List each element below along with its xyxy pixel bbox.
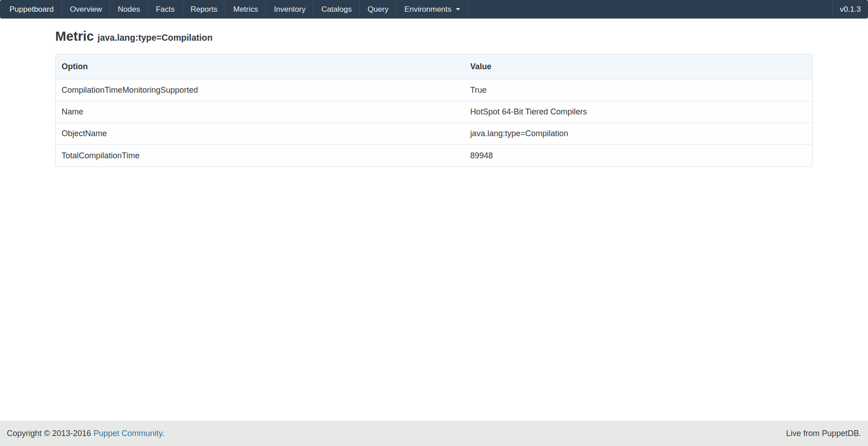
page-subtitle: java.lang:type=Compilation <box>97 33 212 43</box>
value-cell: HotSpot 64-Bit Tiered Compilers <box>464 101 812 123</box>
version-label: v0.1.3 <box>832 0 868 19</box>
nav-item-overview[interactable]: Overview <box>62 0 110 19</box>
metric-table: Option Value CompilationTimeMonitoringSu… <box>56 54 812 166</box>
option-cell: Name <box>56 101 464 123</box>
nav-items: Overview Nodes Facts Reports Metrics Inv… <box>62 0 468 19</box>
value-cell: True <box>464 80 812 101</box>
caret-down-icon <box>456 8 460 10</box>
navbar-spacer <box>468 0 832 19</box>
metric-table-container: Option Value CompilationTimeMonitoringSu… <box>55 54 813 167</box>
puppet-community-link[interactable]: Puppet Community <box>93 429 162 438</box>
nav-item-metrics[interactable]: Metrics <box>225 0 266 19</box>
puppetdb-status-text: Live from PuppetDB. <box>786 429 861 438</box>
table-row: CompilationTimeMonitoringSupported True <box>56 80 812 101</box>
nav-item-inventory[interactable]: Inventory <box>266 0 314 19</box>
nav-item-reports[interactable]: Reports <box>183 0 226 19</box>
table-row: TotalCompilationTime 89948 <box>56 145 812 166</box>
page-footer: Copyright © 2013-2016 Puppet Community. … <box>0 421 868 446</box>
copyright-prefix: Copyright © 2013-2016 <box>7 429 93 438</box>
option-cell: ObjectName <box>56 123 464 145</box>
copyright-text: Copyright © 2013-2016 Puppet Community. <box>7 429 164 438</box>
table-header-row: Option Value <box>56 54 812 80</box>
nav-item-catalogs[interactable]: Catalogs <box>314 0 360 19</box>
environments-label: Environments <box>405 5 452 14</box>
option-cell: CompilationTimeMonitoringSupported <box>56 80 464 101</box>
table-row: ObjectName java.lang:type=Compilation <box>56 123 812 145</box>
column-header-option: Option <box>56 54 464 80</box>
nav-item-query[interactable]: Query <box>360 0 396 19</box>
value-cell: java.lang:type=Compilation <box>464 123 812 145</box>
brand-puppetboard[interactable]: Puppetboard <box>0 0 62 19</box>
value-cell: 89948 <box>464 145 812 166</box>
copyright-suffix: . <box>162 429 164 438</box>
nav-dropdown-environments[interactable]: Environments <box>397 0 468 19</box>
top-navbar: Puppetboard Overview Nodes Facts Reports… <box>0 0 868 19</box>
main-content: Metric java.lang:type=Compilation Option… <box>0 19 868 421</box>
page-title-text: Metric <box>55 29 94 43</box>
page-title: Metric java.lang:type=Compilation <box>55 29 813 44</box>
option-cell: TotalCompilationTime <box>56 145 464 166</box>
nav-item-nodes[interactable]: Nodes <box>110 0 148 19</box>
table-row: Name HotSpot 64-Bit Tiered Compilers <box>56 101 812 123</box>
column-header-value: Value <box>464 54 812 80</box>
nav-item-facts[interactable]: Facts <box>148 0 183 19</box>
